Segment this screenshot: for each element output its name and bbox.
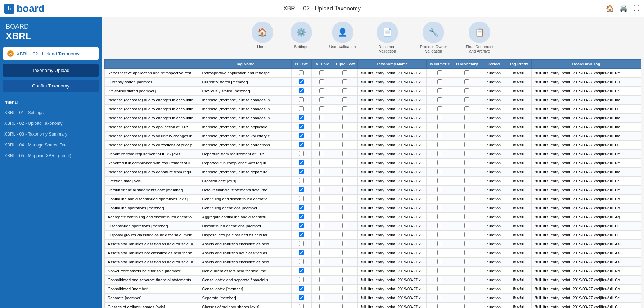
table-cell[interactable]: [291, 294, 311, 303]
table-cell[interactable]: [453, 267, 481, 276]
table-cell[interactable]: [311, 159, 332, 168]
table-cell[interactable]: [453, 78, 481, 87]
table-cell[interactable]: [291, 213, 311, 222]
table-cell[interactable]: [291, 186, 311, 195]
home-icon[interactable]: 🏠: [606, 5, 614, 13]
table-cell[interactable]: [291, 240, 311, 249]
table-cell[interactable]: [453, 87, 481, 96]
table-cell[interactable]: [332, 150, 358, 159]
table-cell[interactable]: [453, 303, 481, 308]
nav-process-validation[interactable]: 🔧 Process Owner Validation: [419, 22, 448, 53]
table-cell[interactable]: [311, 96, 332, 105]
table-cell[interactable]: [311, 231, 332, 240]
table-cell[interactable]: [311, 186, 332, 195]
table-cell[interactable]: [311, 213, 332, 222]
table-cell[interactable]: [332, 285, 358, 294]
table-cell[interactable]: [453, 141, 481, 150]
table-cell[interactable]: [291, 87, 311, 96]
table-cell[interactable]: [311, 294, 332, 303]
table-cell[interactable]: [332, 96, 358, 105]
confirm-taxonomy-button[interactable]: Confim Taxonomy: [3, 80, 99, 92]
table-cell[interactable]: [427, 150, 453, 159]
table-cell[interactable]: [453, 204, 481, 213]
table-cell[interactable]: [291, 231, 311, 240]
table-cell[interactable]: [291, 78, 311, 87]
table-cell[interactable]: [427, 168, 453, 177]
table-cell[interactable]: [332, 195, 358, 204]
table-cell[interactable]: [453, 294, 481, 303]
table-cell[interactable]: [311, 132, 332, 141]
table-cell[interactable]: [332, 132, 358, 141]
table-cell[interactable]: [332, 213, 358, 222]
table-cell[interactable]: [453, 114, 481, 123]
table-cell[interactable]: [453, 132, 481, 141]
table-cell[interactable]: [291, 69, 311, 78]
table-cell[interactable]: [332, 159, 358, 168]
table-cell[interactable]: [453, 213, 481, 222]
table-cell[interactable]: [427, 249, 453, 258]
table-cell[interactable]: [427, 240, 453, 249]
table-cell[interactable]: [332, 276, 358, 285]
table-cell[interactable]: [311, 195, 332, 204]
nav-doc-validation[interactable]: 📄 Document Validation: [373, 22, 402, 53]
table-cell[interactable]: [311, 240, 332, 249]
table-cell[interactable]: [332, 87, 358, 96]
nav-home[interactable]: 🏠 Home: [252, 22, 273, 53]
table-cell[interactable]: [427, 132, 453, 141]
table-cell[interactable]: [291, 168, 311, 177]
table-cell[interactable]: [291, 96, 311, 105]
nav-final-doc[interactable]: 📋 Final Document and Archive: [465, 22, 494, 53]
table-cell[interactable]: [453, 276, 481, 285]
table-cell[interactable]: [332, 258, 358, 267]
table-cell[interactable]: [332, 303, 358, 308]
table-cell[interactable]: [311, 168, 332, 177]
table-cell[interactable]: [453, 105, 481, 114]
table-cell[interactable]: [427, 123, 453, 132]
table-cell[interactable]: [311, 249, 332, 258]
table-cell[interactable]: [427, 204, 453, 213]
table-cell[interactable]: [427, 96, 453, 105]
table-cell[interactable]: [427, 222, 453, 231]
table-cell[interactable]: [311, 258, 332, 267]
table-cell[interactable]: [311, 150, 332, 159]
nav-settings[interactable]: ⚙️ Settings: [291, 22, 312, 53]
table-cell[interactable]: [332, 294, 358, 303]
table-cell[interactable]: [291, 285, 311, 294]
table-cell[interactable]: [291, 195, 311, 204]
table-cell[interactable]: [453, 186, 481, 195]
table-cell[interactable]: [291, 222, 311, 231]
table-cell[interactable]: [311, 303, 332, 308]
sidebar-item-manage[interactable]: XBRL - 04 - Manage Source Data: [0, 140, 102, 150]
table-cell[interactable]: [291, 303, 311, 308]
table-cell[interactable]: [427, 258, 453, 267]
table-cell[interactable]: [453, 249, 481, 258]
table-cell[interactable]: [332, 249, 358, 258]
table-cell[interactable]: [311, 78, 332, 87]
table-cell[interactable]: [311, 204, 332, 213]
table-cell[interactable]: [291, 177, 311, 186]
table-cell[interactable]: [427, 213, 453, 222]
sidebar-item-mapping[interactable]: XBRL - 05 - Mapping XBRL (Local): [0, 150, 102, 161]
table-cell[interactable]: [332, 78, 358, 87]
nav-user-validation[interactable]: 👤 User Validation: [329, 22, 356, 53]
table-cell[interactable]: [291, 141, 311, 150]
sidebar-item-settings[interactable]: XBRL - 01 - Settings: [0, 107, 102, 118]
table-cell[interactable]: [332, 204, 358, 213]
table-cell[interactable]: [311, 285, 332, 294]
table-cell[interactable]: [453, 177, 481, 186]
table-cell[interactable]: [291, 276, 311, 285]
table-cell[interactable]: [332, 141, 358, 150]
table-cell[interactable]: [453, 240, 481, 249]
table-cell[interactable]: [332, 186, 358, 195]
table-cell[interactable]: [453, 159, 481, 168]
table-cell[interactable]: [427, 141, 453, 150]
table-cell[interactable]: [332, 114, 358, 123]
table-cell[interactable]: [311, 87, 332, 96]
table-cell[interactable]: [427, 186, 453, 195]
table-cell[interactable]: [291, 267, 311, 276]
table-cell[interactable]: [453, 69, 481, 78]
table-cell[interactable]: [291, 249, 311, 258]
table-cell[interactable]: [453, 123, 481, 132]
table-cell[interactable]: [453, 168, 481, 177]
table-cell[interactable]: [427, 78, 453, 87]
